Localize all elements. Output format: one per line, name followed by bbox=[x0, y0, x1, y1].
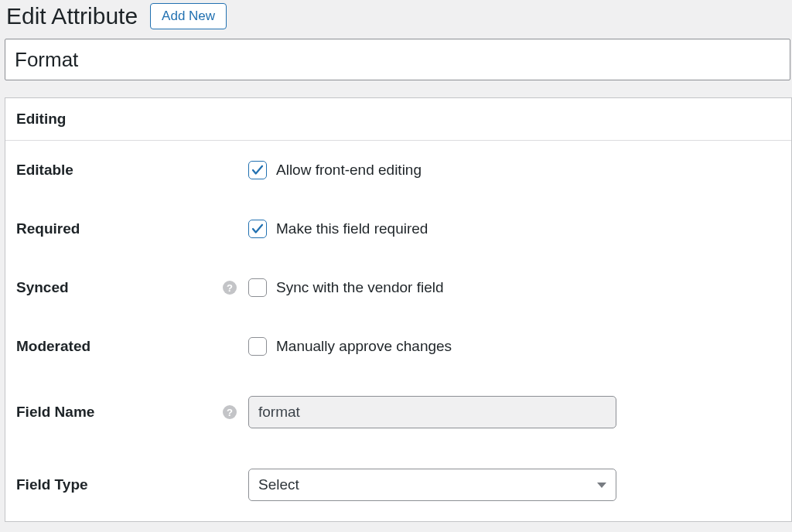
row-required: Required Make this field required bbox=[5, 200, 791, 258]
row-moderated: Moderated Manually approve changes bbox=[5, 317, 791, 376]
field-type-value: Select bbox=[258, 476, 299, 493]
desc-editable: Allow front-end editing bbox=[276, 162, 422, 179]
svg-text:?: ? bbox=[227, 407, 233, 418]
svg-text:?: ? bbox=[227, 282, 233, 294]
desc-synced: Sync with the vendor field bbox=[276, 279, 444, 296]
checkbox-moderated[interactable] bbox=[248, 337, 267, 356]
desc-required: Make this field required bbox=[276, 220, 428, 237]
checkbox-editable[interactable] bbox=[248, 161, 267, 179]
help-icon[interactable]: ? bbox=[222, 280, 237, 295]
page-title: Edit Attribute bbox=[6, 3, 138, 29]
add-new-button[interactable]: Add New bbox=[150, 3, 227, 29]
desc-moderated: Manually approve changes bbox=[276, 338, 452, 355]
help-icon[interactable]: ? bbox=[222, 404, 237, 420]
field-type-select[interactable]: Select bbox=[248, 469, 616, 501]
editing-panel: Editing Editable Allow front-end editing… bbox=[5, 97, 792, 522]
checkbox-required[interactable] bbox=[248, 220, 267, 238]
row-synced: Synced ? Sync with the vendor field bbox=[5, 258, 791, 317]
checkbox-synced[interactable] bbox=[248, 278, 267, 297]
row-editable: Editable Allow front-end editing bbox=[5, 141, 791, 200]
label-field-name: Field Name bbox=[16, 404, 94, 421]
row-field-type: Field Type Select bbox=[5, 448, 791, 521]
label-synced: Synced bbox=[16, 279, 69, 296]
label-field-type: Field Type bbox=[16, 476, 88, 493]
field-name-input[interactable] bbox=[248, 396, 616, 428]
panel-heading: Editing bbox=[16, 111, 780, 128]
label-required: Required bbox=[16, 220, 80, 237]
panel-header: Editing bbox=[5, 98, 791, 141]
label-editable: Editable bbox=[16, 162, 73, 179]
row-field-name: Field Name ? bbox=[5, 376, 791, 448]
label-moderated: Moderated bbox=[16, 338, 90, 355]
attribute-title-input[interactable] bbox=[5, 39, 790, 80]
chevron-down-icon bbox=[597, 483, 606, 488]
